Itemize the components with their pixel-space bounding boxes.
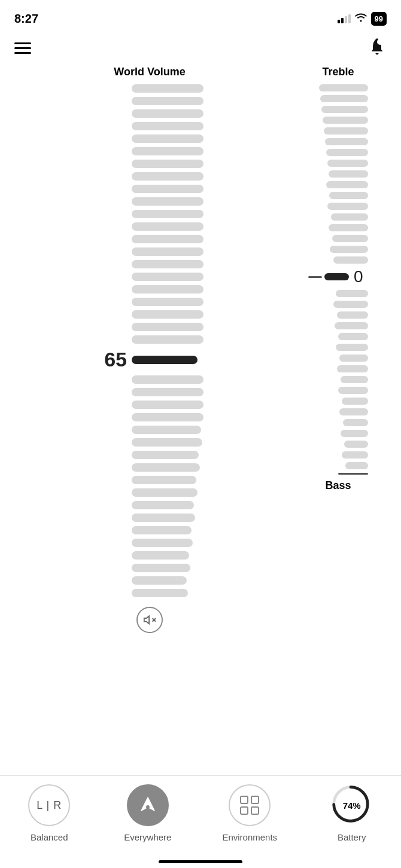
tb-bar-row <box>308 473 368 475</box>
treble-bass-bars[interactable]: 0 <box>308 84 368 475</box>
wv-bar <box>132 413 203 421</box>
tb-bar <box>329 192 368 199</box>
wv-bar <box>132 526 192 534</box>
notification-button[interactable] <box>367 36 387 60</box>
wv-bar <box>132 247 203 256</box>
wv-bar-row <box>96 285 203 294</box>
grid-cell <box>251 806 259 815</box>
svg-marker-2 <box>144 616 149 624</box>
tb-bar <box>335 322 368 329</box>
tb-bar <box>336 290 368 297</box>
svg-point-6 <box>146 805 150 809</box>
tb-bar-row <box>308 301 368 308</box>
nav-item-balanced[interactable]: L | R Balanced <box>25 784 73 842</box>
tb-bar-row <box>308 149 368 156</box>
wv-bar <box>132 551 189 560</box>
grid-icon <box>240 796 259 815</box>
menu-button[interactable] <box>14 42 31 54</box>
wv-bar-row <box>96 122 203 130</box>
tb-bar-row <box>308 170 368 178</box>
tb-bar-row <box>308 246 368 253</box>
tb-bar <box>327 203 368 210</box>
nav-item-everywhere[interactable]: Everywhere <box>124 784 172 842</box>
tb-bar <box>325 138 368 145</box>
wv-bar-row <box>96 235 203 243</box>
treble-divider-left <box>308 276 322 278</box>
tb-bar-row <box>308 106 368 113</box>
home-indicator <box>159 860 242 863</box>
tb-bar <box>338 387 368 394</box>
tb-bar-row <box>308 344 368 351</box>
wv-bar <box>132 97 203 105</box>
tb-bar <box>329 224 368 231</box>
wv-bar <box>132 210 203 218</box>
wv-bar-row <box>96 97 203 105</box>
battery-value: 74% <box>343 800 361 811</box>
everywhere-icon-circle <box>127 784 169 826</box>
wv-bar <box>132 160 203 168</box>
tb-bar-row <box>308 419 368 426</box>
wv-bar-row <box>96 463 203 472</box>
wv-bar <box>132 539 193 547</box>
tb-bar <box>332 235 368 242</box>
wv-bar-row <box>96 160 203 168</box>
tb-bar-row <box>308 181 368 188</box>
wv-bar-row <box>96 401 203 409</box>
grid-cell <box>240 806 248 815</box>
tb-bar-row <box>308 430 368 437</box>
wv-bar-row <box>96 197 203 206</box>
wv-bar <box>132 147 203 155</box>
status-time: 8:27 <box>14 12 38 26</box>
treble-value: 0 <box>354 267 368 286</box>
wv-bar <box>132 185 203 193</box>
wv-bar <box>132 514 195 522</box>
tb-bar <box>319 84 368 91</box>
wv-bar <box>132 488 198 497</box>
grid-cell <box>240 796 248 804</box>
world-volume-title: World Volume <box>114 66 185 84</box>
tb-bar <box>329 170 368 178</box>
wv-bar <box>132 388 203 396</box>
wv-bar <box>132 260 203 268</box>
wv-bar-row <box>96 388 203 396</box>
tb-bar <box>337 311 368 319</box>
tb-bar-row <box>308 376 368 383</box>
nav-item-environments[interactable]: Environments <box>222 784 277 842</box>
tb-bar <box>341 430 368 437</box>
wv-bar <box>132 197 203 206</box>
tb-bar-row <box>308 213 368 221</box>
menu-line <box>14 42 31 44</box>
tb-bar-row <box>308 462 368 469</box>
treble-active-bar <box>324 273 349 280</box>
tb-bar-row <box>308 117 368 124</box>
tb-bar-row <box>308 203 368 210</box>
tb-bar <box>323 117 368 124</box>
tb-bar <box>342 451 368 459</box>
wv-bar-row <box>96 310 203 319</box>
wv-bar-row <box>96 539 203 547</box>
lr-icon: L | R <box>37 799 62 812</box>
main-content: World Volume 65 Treble 0 Bass <box>0 66 401 693</box>
tb-bar <box>338 333 368 340</box>
tb-bar-row <box>308 333 368 340</box>
wv-bar-row <box>96 185 203 193</box>
tb-bar-row <box>308 398 368 405</box>
tb-bar-row <box>308 84 368 91</box>
tb-bar <box>320 95 368 102</box>
wv-bar <box>132 589 188 597</box>
wv-bar-row <box>96 526 203 534</box>
tb-bar <box>330 246 368 253</box>
bass-label: Bass <box>325 479 351 492</box>
wv-bar <box>132 401 203 409</box>
wifi-icon <box>354 13 367 25</box>
wv-bar-row <box>96 222 203 231</box>
tb-bar-row <box>308 235 368 242</box>
world-volume-bars[interactable]: 65 <box>96 84 203 597</box>
wv-bar <box>132 463 200 472</box>
mute-button[interactable] <box>136 607 163 633</box>
tb-bar-row <box>308 127 368 135</box>
nav-item-battery[interactable]: 74% Battery <box>328 784 376 842</box>
tb-bar <box>337 365 368 372</box>
world-volume-value: 65 <box>96 348 127 371</box>
tb-bar-row <box>308 290 368 297</box>
